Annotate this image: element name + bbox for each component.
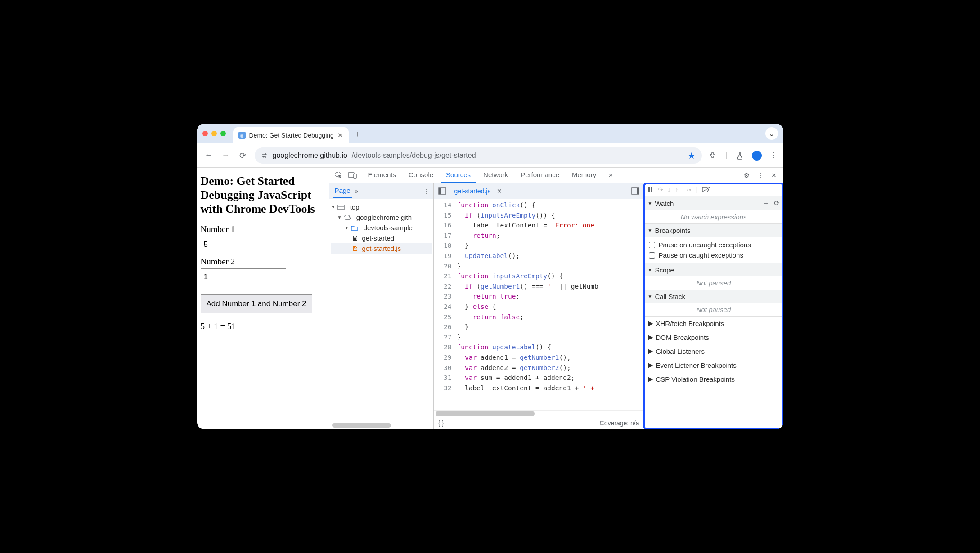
navigator-overflow-icon[interactable]: »: [355, 187, 359, 195]
devtools-toolbar: Elements Console Sources Network Perform…: [329, 168, 783, 183]
tree-file-js[interactable]: get-started.js: [331, 243, 432, 254]
pause-caught-checkbox[interactable]: Pause on caught exceptions: [649, 250, 779, 260]
page-heading: Demo: Get Started Debugging JavaScript w…: [201, 174, 324, 216]
browser-window: ◎ Demo: Get Started Debugging ✕ ＋ ⌄ ← → …: [197, 124, 783, 429]
callstack-section-header[interactable]: ▼Call Stack: [644, 290, 783, 303]
browser-tab[interactable]: ◎ Demo: Get Started Debugging ✕: [233, 127, 349, 143]
step-icon[interactable]: →•: [683, 186, 692, 193]
reload-button[interactable]: ⟳: [238, 151, 248, 161]
svg-rect-10: [637, 188, 639, 194]
extensions-icon[interactable]: [708, 151, 717, 160]
svg-rect-5: [338, 205, 344, 210]
tab-performance[interactable]: Performance: [515, 168, 565, 183]
number1-input[interactable]: [201, 236, 286, 253]
breakpoints-options: Pause on uncaught exceptions Pause on ca…: [644, 237, 783, 263]
tab-network[interactable]: Network: [478, 168, 513, 183]
editor-pane: get-started.js ✕ 14151617181920212223242…: [434, 183, 644, 429]
number2-input[interactable]: [201, 268, 286, 285]
close-window[interactable]: [202, 131, 208, 136]
profile-avatar[interactable]: [752, 151, 762, 161]
labs-icon[interactable]: [736, 151, 744, 160]
tabs-overflow-icon[interactable]: »: [603, 168, 618, 183]
section-global-listeners[interactable]: ▶Global Listeners: [644, 344, 783, 358]
editor-file-tab[interactable]: get-started.js: [452, 185, 494, 197]
devtools-body: Page » ⋮ ▼ top ▼ googlechrome.gith ▼ dev…: [329, 183, 783, 429]
toggle-navigator-icon[interactable]: [436, 185, 448, 197]
devtools-tabs: Elements Console Sources Network Perform…: [363, 168, 618, 183]
svg-rect-4: [354, 174, 356, 178]
devtools: Elements Console Sources Network Perform…: [329, 168, 783, 429]
svg-rect-8: [439, 188, 441, 194]
inspect-icon[interactable]: [333, 169, 345, 181]
code-editor[interactable]: 14151617181920212223242526272829303132 f…: [434, 199, 644, 410]
add-button[interactable]: Add Number 1 and Number 2: [201, 294, 312, 313]
navigator-pane: Page » ⋮ ▼ top ▼ googlechrome.gith ▼ dev…: [329, 183, 434, 429]
close-tab-icon[interactable]: ✕: [337, 131, 343, 139]
editor-footer: { } Coverage: n/a: [434, 416, 644, 429]
tab-elements[interactable]: Elements: [363, 168, 402, 183]
minimize-window[interactable]: [211, 131, 217, 136]
pause-icon[interactable]: [647, 187, 653, 193]
navigator-header: Page » ⋮: [329, 183, 433, 199]
tab-console[interactable]: Console: [403, 168, 439, 183]
svg-point-0: [265, 153, 266, 155]
pretty-print-icon[interactable]: { }: [438, 419, 444, 427]
tree-folder[interactable]: ▼ devtools-sample: [331, 223, 432, 233]
navigator-page-tab[interactable]: Page: [333, 184, 352, 198]
tabs-dropdown[interactable]: ⌄: [765, 127, 778, 140]
scope-section-header[interactable]: ▼Scope: [644, 263, 783, 276]
scope-empty: Not paused: [644, 276, 783, 290]
tree-domain[interactable]: ▼ googlechrome.gith: [331, 212, 432, 223]
settings-icon[interactable]: ⚙: [741, 169, 753, 181]
watch-empty: No watch expressions: [644, 210, 783, 223]
svg-rect-11: [648, 187, 650, 192]
line-gutter: 14151617181920212223242526272829303132: [434, 199, 455, 410]
add-watch-icon[interactable]: ＋: [763, 199, 769, 208]
step-into-icon[interactable]: ↓: [668, 186, 671, 193]
file-tree: ▼ top ▼ googlechrome.gith ▼ devtools-sam…: [329, 199, 433, 421]
new-tab-button[interactable]: ＋: [353, 128, 362, 140]
navigator-scrollbar[interactable]: [332, 423, 431, 428]
close-file-icon[interactable]: ✕: [497, 187, 502, 195]
navigator-more-icon[interactable]: ⋮: [423, 187, 430, 195]
section-event-listener-breakpoints[interactable]: ▶Event Listener Breakpoints: [644, 358, 783, 372]
maximize-window[interactable]: [220, 131, 226, 136]
back-button[interactable]: ←: [203, 151, 214, 160]
section-csp-violation-breakpoints[interactable]: ▶CSP Violation Breakpoints: [644, 372, 783, 386]
more-icon[interactable]: ⋮: [755, 169, 766, 181]
tree-top[interactable]: ▼ top: [331, 202, 432, 212]
tab-memory[interactable]: Memory: [566, 168, 602, 183]
section-xhr-fetch-breakpoints[interactable]: ▶XHR/fetch Breakpoints: [644, 317, 783, 330]
forward-button[interactable]: →: [220, 151, 231, 160]
url-path: /devtools-samples/debug-js/get-started: [352, 152, 476, 160]
separator: |: [725, 152, 727, 160]
breakpoints-section-header[interactable]: ▼Breakpoints: [644, 224, 783, 237]
window-controls: [202, 131, 226, 136]
refresh-watch-icon[interactable]: ⟳: [774, 199, 780, 208]
close-devtools-icon[interactable]: ✕: [768, 169, 780, 181]
svg-point-1: [263, 156, 264, 157]
section-dom-breakpoints[interactable]: ▶DOM Breakpoints: [644, 330, 783, 344]
device-toggle-icon[interactable]: [346, 169, 358, 181]
step-over-icon[interactable]: ↷: [658, 186, 663, 193]
deactivate-breakpoints-icon[interactable]: [702, 187, 710, 192]
url-host: googlechrome.github.io: [273, 152, 347, 160]
callstack-empty: Not paused: [644, 303, 783, 316]
bookmark-star-icon[interactable]: ★: [688, 150, 696, 161]
step-out-icon[interactable]: ↑: [675, 186, 679, 193]
watch-section-header[interactable]: ▼Watch ＋⟳: [644, 196, 783, 210]
site-settings-icon[interactable]: [261, 152, 268, 159]
menu-icon[interactable]: ⋮: [770, 151, 777, 160]
tree-file-html[interactable]: get-started: [331, 233, 432, 243]
debugger-toolbar: ↷ ↓ ↑ →• |: [644, 183, 783, 196]
number1-label: Number 1: [201, 224, 324, 234]
editor-scrollbar[interactable]: [434, 410, 644, 416]
url-input[interactable]: googlechrome.github.io/devtools-samples/…: [255, 147, 702, 164]
rendered-page: Demo: Get Started Debugging JavaScript w…: [197, 168, 329, 429]
editor-tabs: get-started.js ✕: [434, 183, 644, 199]
tab-sources[interactable]: Sources: [441, 168, 476, 183]
pause-uncaught-checkbox[interactable]: Pause on uncaught exceptions: [649, 240, 779, 250]
result-text: 5 + 1 = 51: [201, 321, 324, 331]
collapsed-sections: ▶XHR/fetch Breakpoints▶DOM Breakpoints▶G…: [644, 317, 783, 386]
toggle-debugger-icon[interactable]: [629, 185, 641, 197]
